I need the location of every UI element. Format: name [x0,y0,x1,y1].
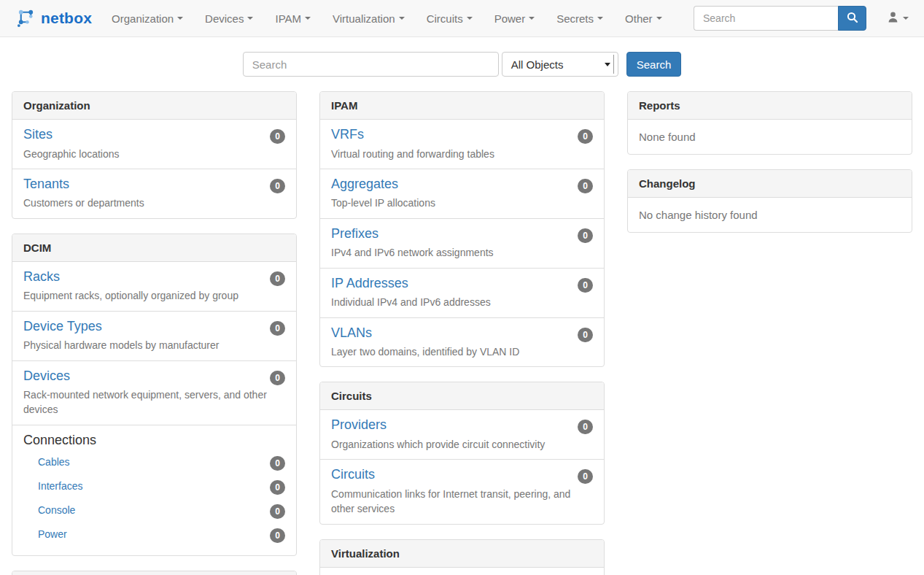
item-description: Virtual routing and forwarding tables [331,147,593,161]
link-circuits[interactable]: Circuits [331,467,375,482]
panel-power: Power [12,571,297,575]
link-tenants[interactable]: Tenants [23,177,69,191]
panel-reports: Reports None found [627,91,912,155]
user-menu[interactable] [887,11,909,26]
connections-section: Connections 0 Cables 0 Interfaces 0 Cons… [12,425,296,556]
search-input[interactable] [243,52,499,77]
item-description: Layer two domains, identified by VLAN ID [331,344,593,359]
item-description: Physical hardware models by manufacturer [23,338,285,352]
column-left: Organization 0 Sites Geographic location… [12,91,297,575]
chevron-down-icon [903,17,909,20]
nav-item-organization[interactable]: Organization [101,0,194,36]
link-devices[interactable]: Devices [23,368,70,383]
search-button[interactable]: Search [626,52,682,77]
panel-organization: Organization 0 Sites Geographic location… [12,91,297,219]
chevron-down-icon [305,17,311,20]
list-item: 0 Prefixes IPv4 and IPv6 network assignm… [320,219,604,269]
link-sites[interactable]: Sites [23,127,53,142]
link-racks[interactable]: Racks [23,269,60,284]
panel-virtualization: Virtualization 0 Clusters [319,539,605,575]
list-item: 0 Sites Geographic locations [12,120,296,169]
list-item: 0 Tenants Customers or departments [12,169,296,218]
list-item: 0 Device Types Physical hardware models … [12,312,296,361]
link-cables[interactable]: Cables [38,456,70,468]
empty-state-text: None found [628,120,912,154]
user-icon [887,11,899,26]
item-description: IPv4 and IPv6 network assignments [331,245,593,260]
panel-dcim: DCIM 0 Racks Equipment racks, optionally… [12,234,297,557]
link-ip-addresses[interactable]: IP Addresses [331,276,408,290]
item-description: Geographic locations [23,147,285,161]
panel-title: Circuits [320,382,604,410]
count-badge: 0 [270,504,285,519]
list-item: 0 Circuits Communication links for Inter… [320,460,604,523]
chevron-down-icon [529,17,535,20]
item-description: Organizations which provide circuit conn… [331,437,593,452]
panel-title: Organization [12,92,296,120]
list-item: 0 IP Addresses Individual IPv4 and IPv6 … [320,269,604,318]
panel-circuits: Circuits 0 Providers Organizations which… [319,382,605,524]
panel-title: Power [12,571,296,575]
link-providers[interactable]: Providers [331,417,387,432]
count-badge: 0 [270,129,285,144]
column-right: Reports None found Changelog No change h… [627,91,912,247]
link-device-types[interactable]: Device Types [23,319,102,333]
select-arrow-icon [605,63,610,66]
panel-ipam: IPAM 0 VRFs Virtual routing and forwardi… [319,91,605,367]
count-badge: 0 [270,321,285,336]
count-badge: 0 [270,371,285,385]
netbox-logo-icon [16,7,36,29]
brand-name: netbox [41,9,92,27]
search-icon [847,12,858,26]
navbar-search-input[interactable] [694,6,838,31]
column-middle: IPAM 0 VRFs Virtual routing and forwardi… [319,91,605,575]
item-description: Communication links for Internet transit… [331,487,593,517]
link-aggregates[interactable]: Aggregates [331,177,398,191]
list-item: 0 Devices Rack-mounted network equipment… [12,361,296,425]
chevron-down-icon [597,17,603,20]
nav-item-power[interactable]: Power [484,0,546,36]
panel-title: DCIM [12,234,296,262]
list-item: 0 Console [23,500,285,524]
item-description: Individual IPv4 and IPv6 addresses [331,295,593,309]
object-type-select[interactable]: All Objects [502,52,618,77]
link-prefixes[interactable]: Prefixes [331,226,378,241]
count-badge: 0 [270,179,285,193]
link-vlans[interactable]: VLANs [331,325,372,340]
count-badge: 0 [578,278,593,293]
nav-item-ipam[interactable]: IPAM [264,0,322,36]
item-description: Rack-mounted network equipment, servers,… [23,387,285,417]
chevron-down-icon [467,17,473,20]
count-badge: 0 [578,129,593,144]
nav-item-devices[interactable]: Devices [194,0,264,36]
global-search-form: All Objects Search [0,52,924,77]
count-badge: 0 [578,328,593,342]
link-vrfs[interactable]: VRFs [331,127,364,142]
main-menu: Organization Devices IPAM Virtualization… [101,0,673,36]
dashboard: Organization 0 Sites Geographic location… [0,91,924,575]
chevron-down-icon [399,17,405,20]
select-divider [613,55,614,74]
count-badge: 0 [578,179,593,193]
list-item: 0 Aggregates Top-level IP allocations [320,169,604,219]
list-item: 0 Clusters [320,568,604,575]
count-badge: 0 [270,480,285,495]
list-item: 0 Racks Equipment racks, optionally orga… [12,262,296,312]
chevron-down-icon [656,17,662,20]
item-description: Top-level IP allocations [331,196,593,210]
link-power-connections[interactable]: Power [38,528,67,540]
nav-item-secrets[interactable]: Secrets [546,0,614,36]
nav-item-circuits[interactable]: Circuits [416,0,484,36]
navbar-search-button[interactable] [838,6,866,31]
list-item: 0 Power [23,524,285,548]
netbox-brand[interactable]: netbox [16,7,92,29]
item-description: Customers or departments [23,196,285,210]
link-interfaces[interactable]: Interfaces [38,480,82,492]
navbar-search-form [694,6,866,31]
link-console[interactable]: Console [38,504,75,516]
nav-item-other[interactable]: Other [614,0,673,36]
count-badge: 0 [270,456,285,471]
nav-item-virtualization[interactable]: Virtualization [322,0,416,36]
chevron-down-icon [177,17,183,20]
count-badge: 0 [578,228,593,243]
